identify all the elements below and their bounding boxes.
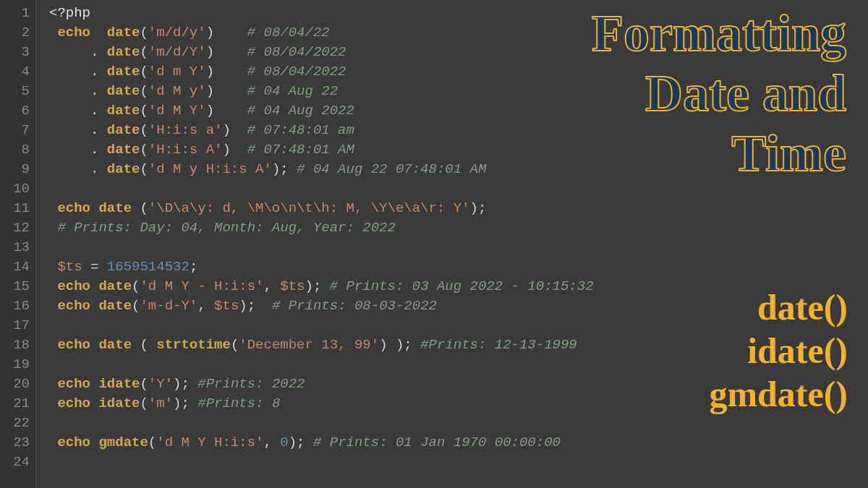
comment: # 04 Aug 22 <box>247 83 338 99</box>
func-date: date <box>107 44 140 60</box>
func-date: date <box>107 25 140 40</box>
code-line <box>49 453 868 472</box>
func-strtotime: strtotime <box>156 337 231 353</box>
func-date: date <box>107 64 140 80</box>
comment: # 07:48:01 am <box>247 122 354 138</box>
comment: # Prints: Day: 04, Month: Aug, Year: 202… <box>57 220 395 236</box>
line-number: 8 <box>0 140 30 160</box>
code-line: . date('m/d/Y') # 08/04/2022 <box>49 43 868 62</box>
number: 0 <box>280 435 288 450</box>
keyword-echo: echo <box>57 200 90 216</box>
code-editor: 1 2 3 4 5 6 7 8 9 10 11 12 13 14 15 16 1… <box>0 0 868 488</box>
code-line: <?php <box>49 4 868 23</box>
comment: # 04 Aug 2022 <box>247 103 354 119</box>
func-date: date <box>107 142 140 158</box>
php-open-tag: <?php <box>49 5 90 21</box>
comment: # Prints: 08-03-2022 <box>272 298 437 314</box>
code-line: . date('d M Y') # 04 Aug 2022 <box>49 101 868 121</box>
line-number-gutter: 1 2 3 4 5 6 7 8 9 10 11 12 13 14 15 16 1… <box>0 0 36 488</box>
line-number: 15 <box>0 277 30 296</box>
string: 'm/d/y' <box>148 25 206 40</box>
keyword-echo: echo <box>57 337 90 353</box>
keyword-echo: echo <box>57 25 90 40</box>
line-number: 3 <box>0 43 30 62</box>
comment: # Prints: 01 Jan 1970 00:00:00 <box>313 435 561 450</box>
line-number: 17 <box>0 316 30 335</box>
string: 'd M y H:i:s A' <box>148 161 272 177</box>
string: 'December 13, 99' <box>239 337 379 353</box>
string: 'm' <box>148 395 173 411</box>
line-number: 13 <box>0 238 30 257</box>
line-number: 21 <box>0 394 30 414</box>
string: '\D\a\y: d, \M\o\n\t\h: M, \Y\e\a\r: Y' <box>148 200 470 216</box>
func-date: date <box>107 83 140 99</box>
func-date: date <box>98 200 132 216</box>
line-number: 4 <box>0 62 30 82</box>
variable: $ts <box>280 278 305 294</box>
line-number: 20 <box>0 374 30 394</box>
code-line: . date('H:i:s A') # 07:48:01 AM <box>49 140 868 160</box>
code-area[interactable]: <?php echo date('m/d/y') # 08/04/22 . da… <box>36 0 868 488</box>
string: 'Y' <box>148 376 173 392</box>
line-number: 19 <box>0 355 30 374</box>
line-number: 7 <box>0 121 30 140</box>
string: 'H:i:s A' <box>148 142 223 158</box>
line-number: 11 <box>0 199 30 218</box>
comment: # 07:48:01 AM <box>247 142 354 158</box>
line-number: 18 <box>0 335 30 355</box>
code-line: echo date ( strtotime('December 13, 99')… <box>49 335 868 355</box>
func-date: date <box>107 122 140 138</box>
code-line <box>49 355 868 374</box>
number: 1659514532 <box>107 259 190 275</box>
code-line: . date('d M y') # 04 Aug 22 <box>49 82 868 101</box>
comment: # Prints: 03 Aug 2022 - 10:15:32 <box>330 278 594 294</box>
comment: #Prints: 8 <box>197 395 280 411</box>
func-date: date <box>98 278 132 294</box>
code-line: echo date('m-d-Y', $ts); # Prints: 08-03… <box>49 296 868 316</box>
string: 'd M y' <box>148 83 206 99</box>
comment: # 04 Aug 22 07:48:01 AM <box>297 161 486 177</box>
keyword-echo: echo <box>57 376 90 392</box>
string: 'm-d-Y' <box>140 298 197 314</box>
line-number: 2 <box>0 23 30 43</box>
string: 'd M Y' <box>148 103 206 119</box>
line-number: 9 <box>0 160 30 179</box>
keyword-echo: echo <box>57 435 90 450</box>
code-line: . date('d m Y') # 08/04/2022 <box>49 62 868 82</box>
string: 'd M Y H:i:s' <box>156 435 263 450</box>
line-number: 6 <box>0 101 30 121</box>
line-number: 12 <box>0 218 30 238</box>
comment: # 08/04/22 <box>247 25 330 40</box>
code-line <box>49 238 868 257</box>
code-line: echo date ('\D\a\y: d, \M\o\n\t\h: M, \Y… <box>49 199 868 218</box>
code-line: $ts = 1659514532; <box>49 257 868 277</box>
line-number: 23 <box>0 433 30 453</box>
code-line: # Prints: Day: 04, Month: Aug, Year: 202… <box>49 218 868 238</box>
line-number: 5 <box>0 82 30 101</box>
code-line: echo date('m/d/y') # 08/04/22 <box>49 23 868 43</box>
variable: $ts <box>214 298 239 314</box>
code-line <box>49 414 868 433</box>
string: 'd M Y - H:i:s' <box>140 278 263 294</box>
func-idate: idate <box>98 395 140 411</box>
code-line: echo gmdate('d M Y H:i:s', 0); # Prints:… <box>49 433 868 453</box>
func-idate: idate <box>98 376 140 392</box>
code-line: . date('d M y H:i:s A'); # 04 Aug 22 07:… <box>49 160 868 179</box>
code-line <box>49 316 868 335</box>
code-line: echo idate('Y'); #Prints: 2022 <box>49 374 868 394</box>
string: 'H:i:s a' <box>148 122 223 138</box>
line-number: 1 <box>0 4 30 23</box>
func-date: date <box>98 337 132 353</box>
line-number: 14 <box>0 257 30 277</box>
code-line: . date('H:i:s a') # 07:48:01 am <box>49 121 868 140</box>
keyword-echo: echo <box>57 298 90 314</box>
code-line <box>49 179 868 199</box>
comment: #Prints: 2022 <box>197 376 305 392</box>
func-date: date <box>98 298 132 314</box>
func-date: date <box>107 161 140 177</box>
keyword-echo: echo <box>57 278 90 294</box>
comment: #Prints: 12-13-1999 <box>420 337 577 353</box>
keyword-echo: echo <box>57 395 90 411</box>
func-gmdate: gmdate <box>98 435 148 450</box>
comment: # 08/04/2022 <box>247 64 346 80</box>
